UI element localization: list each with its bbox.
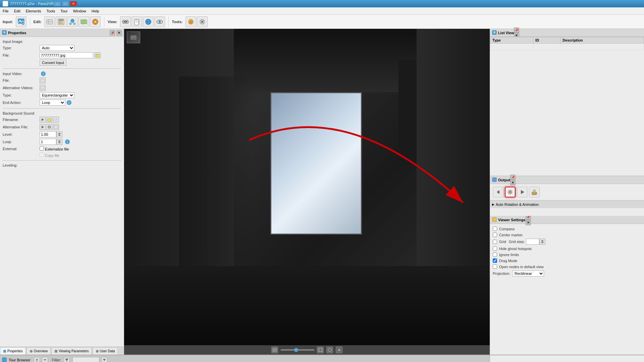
convert-input-button[interactable]: Convert Input [40,60,66,66]
properties-pin-btn[interactable]: 📌 [110,30,115,36]
titlebar: 77777777.p2vr - Pano2VR — □ ✕ [0,0,644,7]
alt-file-gear-btn[interactable] [46,124,52,130]
file-label: File: [3,53,40,57]
externalize-file-checkbox[interactable] [40,146,44,150]
output-header: Output 📌 ✕ [490,176,644,184]
output-play-btn[interactable] [517,187,528,197]
file-input[interactable] [40,52,93,58]
alt-file-folder-btn[interactable] [53,124,59,130]
viewer-thumbnail[interactable] [127,32,140,43]
tab-properties[interactable]: Properties [0,347,26,355]
filter-dropdown-btn[interactable] [101,357,107,362]
projection-select[interactable]: Rectilinear Fisheye Stereographic [512,270,544,277]
loop-spin-btn[interactable] [56,139,62,145]
hotspot-button[interactable] [44,16,55,27]
input-video-info-icon: i [41,71,46,76]
end-action-label: End Action: [3,101,40,105]
tab-viewing-params[interactable]: Viewing Parameters [51,347,92,355]
svg-rect-50 [41,86,44,89]
menu-file[interactable]: File [0,8,11,14]
ignore-limits-checkbox[interactable] [493,252,497,257]
panorama-viewer[interactable] [124,29,490,345]
menu-help[interactable]: Help [89,8,102,14]
grid-step-spin[interactable] [539,239,545,245]
open-nodes-checkbox[interactable] [493,264,497,269]
filter-label: Filter: [52,358,61,362]
tool1-button[interactable] [185,16,196,27]
viewer-fullscreen-btn[interactable] [317,347,324,353]
restore-button[interactable]: □ [62,1,69,6]
svg-rect-9 [59,19,63,21]
auto-rotation-bar[interactable]: ▶ Auto Rotation & Animation [490,200,644,208]
compass-checkbox[interactable] [493,227,497,231]
video-type-select[interactable]: Equirectangular Cube faces Auto [40,92,74,98]
ignore-limits-row: Ignore limits [493,252,641,257]
alt-videos-btn[interactable] [40,85,46,91]
tour-browser-add-btn[interactable] [34,357,40,362]
output-prev-btn[interactable] [493,187,503,197]
filter-text-input[interactable] [72,357,99,362]
globe-button[interactable] [143,16,154,27]
menu-tools[interactable]: Tools [44,8,58,14]
vs-pin-btn[interactable]: 📌 [526,216,531,220]
tour-browser: Tour Browser Filter: 1 77777777 [0,355,490,362]
map-button[interactable] [78,16,89,27]
svg-marker-97 [36,359,38,360]
tour-button[interactable] [67,16,78,27]
minimize-button[interactable]: — [54,1,61,6]
viewer-sync-btn[interactable] [326,347,333,353]
tool2-button[interactable] [197,16,208,27]
skin-button[interactable] [56,16,66,27]
file-browse-btn[interactable] [95,52,101,58]
center-marker-checkbox[interactable] [493,233,497,237]
grid-checkbox[interactable] [493,240,497,244]
filename-play-btn[interactable] [40,117,46,123]
zoom-slider[interactable] [281,349,314,351]
filename-browse-btn[interactable] [46,117,52,123]
copy-file-checkbox[interactable] [40,153,44,157]
tour-browser-menu-btn[interactable] [42,357,48,362]
tab-user-data[interactable]: User Data [93,347,118,355]
close-button[interactable]: ✕ [70,1,77,6]
filename-info-btn[interactable]: i [53,117,59,123]
output-button[interactable] [90,16,101,27]
output-export-btn[interactable] [529,187,540,197]
viewer-grid-btn[interactable] [271,347,278,353]
eye-button[interactable] [154,16,165,27]
level-input[interactable] [40,131,56,137]
output-pin-btn[interactable]: 📌 [510,175,516,180]
input-tools [16,16,26,27]
hide-ghost-checkbox[interactable] [493,246,497,251]
video-file-btn[interactable] [40,77,46,83]
level-spin-btn[interactable] [56,131,62,137]
menu-tour[interactable]: Tour [58,8,70,14]
svg-rect-70 [273,348,277,352]
output-settings-btn[interactable] [505,187,516,197]
drag-mode-checkbox[interactable] [493,258,497,263]
alt-file-play-btn[interactable] [40,124,46,130]
menu-window[interactable]: Window [70,8,89,14]
zoom-thumb[interactable] [294,348,298,352]
tab-overview[interactable]: Overview [26,347,51,355]
loop-input[interactable] [40,139,56,145]
type-select[interactable]: Auto Equirectangular Cube faces [40,45,74,51]
viewer-close-btn[interactable]: ✕ [336,347,342,353]
svg-marker-51 [42,118,44,121]
properties-header-icons: 📌 ✕ [110,30,122,36]
menu-elements[interactable]: Elements [23,8,44,14]
filter-icon-btn[interactable] [64,357,70,362]
add-image-button[interactable] [16,16,26,27]
output-title: Output [498,178,510,182]
properties-close-btn[interactable]: ✕ [116,30,122,36]
titlebar-title: 77777777.p2vr - Pano2VR [10,2,54,6]
list-view-pin-btn[interactable]: 📌 [514,27,519,33]
clipboard-button[interactable] [131,16,142,27]
grid-step-input[interactable] [526,239,539,245]
type-label: Type: [3,46,40,50]
menu-edit[interactable]: Edit [11,8,23,14]
titlebar-buttons[interactable]: — □ ✕ [54,1,77,6]
end-action-select[interactable]: Loop Stop Next node [40,100,65,106]
view-normal-button[interactable] [120,16,131,27]
viewer-area[interactable] [124,29,490,345]
ignore-limits-label: Ignore limits [499,253,519,257]
